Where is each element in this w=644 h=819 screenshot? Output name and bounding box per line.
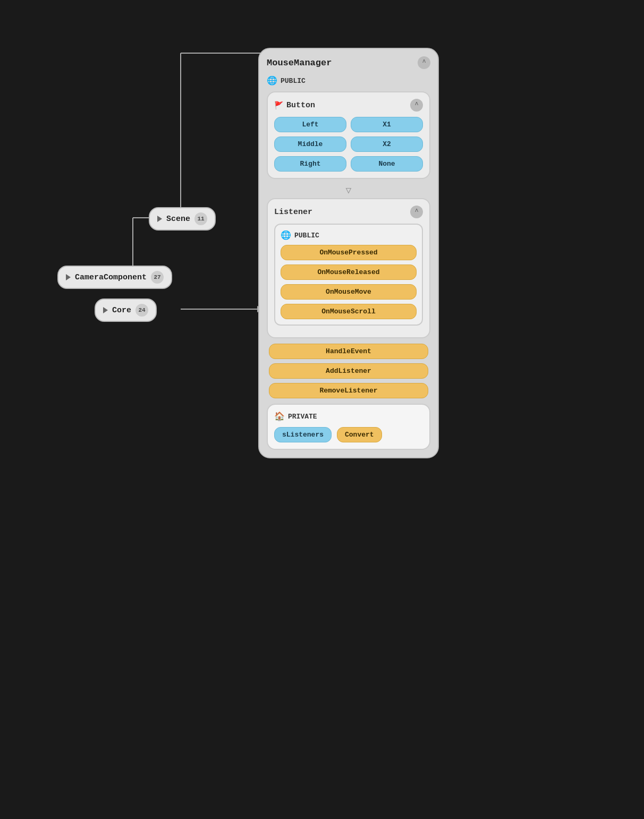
button-title: Button [286, 101, 315, 110]
outer-tags: HandleEvent AddListener RemoveListener [267, 344, 430, 398]
tag-none[interactable]: None [351, 156, 423, 172]
connector-arrow: ▽ [267, 184, 430, 196]
tag-x1[interactable]: X1 [351, 117, 423, 132]
globe-icon: 🌐 [267, 75, 277, 86]
panel-title: MouseManager [267, 58, 332, 68]
tag-onmousemove[interactable]: OnMouseMove [281, 284, 417, 300]
listener-tag-column: OnMousePressed OnMouseReleased OnMouseMo… [281, 245, 417, 319]
panel-header: MouseManager ^ [267, 56, 430, 69]
private-label: 🏠 PRIVATE [274, 411, 423, 422]
public-text: PUBLIC [281, 77, 306, 85]
button-collapse-btn[interactable]: ^ [410, 99, 423, 112]
listener-collapse-btn[interactable]: ^ [410, 206, 423, 218]
tag-onmousescroll[interactable]: OnMouseScroll [281, 304, 417, 319]
listener-panel-header: Listener ^ [274, 206, 423, 218]
core-node[interactable]: Core 24 [95, 298, 157, 322]
scene-label: Scene [166, 215, 190, 224]
collapse-button[interactable]: ^ [418, 56, 430, 69]
listener-globe-icon: 🌐 [281, 230, 291, 241]
tag-x2[interactable]: X2 [351, 136, 423, 152]
private-tags: sListeners Convert [274, 427, 423, 442]
tag-removelistener[interactable]: RemoveListener [269, 383, 428, 398]
tag-addlistener[interactable]: AddListener [269, 363, 428, 379]
scene-badge: 11 [194, 212, 207, 225]
private-text: PRIVATE [288, 413, 317, 421]
tag-left[interactable]: Left [274, 117, 346, 132]
tag-convert[interactable]: Convert [337, 427, 382, 442]
camera-badge: 27 [151, 271, 164, 284]
listener-label: Listener [274, 208, 312, 217]
listener-panel: Listener ^ 🌐 PUBLIC OnMousePressed OnMou… [267, 198, 430, 338]
button-sub-panel-header: 🚩 Button ^ [274, 99, 423, 112]
public-label: 🌐 PUBLIC [267, 75, 430, 86]
button-sub-panel: 🚩 Button ^ Left X1 Middle X2 Right None [267, 91, 430, 179]
camera-label: CameraComponent [75, 273, 147, 282]
tag-right[interactable]: Right [274, 156, 346, 172]
listener-title: Listener [274, 208, 312, 217]
core-badge: 24 [135, 304, 148, 317]
home-icon: 🏠 [274, 411, 285, 422]
listener-public-panel: 🌐 PUBLIC OnMousePressed OnMouseReleased … [274, 224, 423, 326]
listener-public-text: PUBLIC [294, 232, 319, 240]
core-label: Core [112, 306, 131, 315]
button-tag-grid: Left X1 Middle X2 Right None [274, 117, 423, 172]
scene-node[interactable]: Scene 11 [149, 207, 216, 231]
flag-icon: 🚩 [274, 101, 283, 110]
camera-arrow [66, 274, 71, 280]
mouse-manager-panel: MouseManager ^ 🌐 PUBLIC 🚩 Button ^ Left … [258, 48, 439, 458]
private-panel: 🏠 PRIVATE sListeners Convert [267, 404, 430, 450]
tag-slisteners[interactable]: sListeners [274, 427, 332, 442]
tag-onmousereleased[interactable]: OnMouseReleased [281, 265, 417, 280]
listener-public-label: 🌐 PUBLIC [281, 230, 417, 241]
tag-handleevent[interactable]: HandleEvent [269, 344, 428, 359]
camera-component-node[interactable]: CameraComponent 27 [57, 266, 172, 289]
tag-onmousepressed[interactable]: OnMousePressed [281, 245, 417, 260]
button-sub-panel-title: 🚩 Button [274, 101, 315, 110]
core-arrow [103, 307, 108, 313]
tag-middle[interactable]: Middle [274, 136, 346, 152]
scene-arrow [157, 216, 162, 222]
